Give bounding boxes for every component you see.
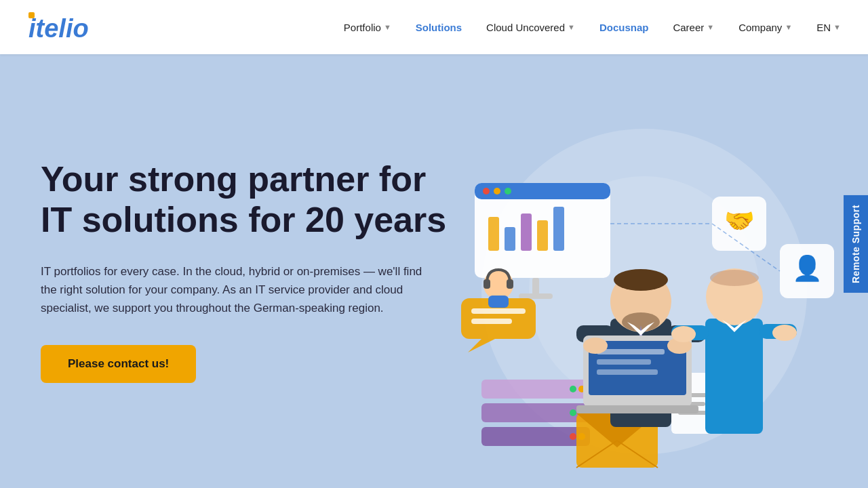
hero-description: IT portfolios for every case. In the clo…	[41, 262, 434, 318]
svg-rect-58	[597, 359, 651, 365]
svg-point-6	[483, 188, 490, 195]
nav-item-cloud-uncovered[interactable]: Cloud Uncovered ▼	[486, 22, 575, 33]
nav-menu: Portfolio ▼ Solutions Cloud Uncovered ▼ …	[344, 22, 841, 33]
nav-item-docusnap[interactable]: Docusnap	[599, 22, 649, 33]
nav-item-portfolio[interactable]: Portfolio ▼	[344, 22, 391, 33]
svg-rect-9	[488, 217, 499, 251]
hero-svg: 🤝 👤	[420, 81, 868, 488]
svg-rect-23	[507, 279, 513, 289]
svg-point-35	[570, 433, 576, 440]
svg-point-60	[583, 338, 608, 354]
svg-point-68	[671, 326, 696, 342]
nav-item-company[interactable]: Company ▼	[738, 22, 792, 33]
svg-rect-12	[537, 220, 548, 251]
navbar: itelio Portfolio ▼ Solutions Cloud Uncov…	[0, 0, 868, 54]
chevron-down-icon: ▼	[833, 23, 841, 31]
svg-rect-59	[597, 369, 658, 375]
svg-rect-10	[505, 227, 515, 251]
svg-rect-21	[488, 296, 509, 308]
svg-point-8	[505, 188, 511, 195]
chevron-down-icon: ▼	[785, 23, 792, 31]
svg-rect-22	[484, 279, 490, 289]
hero-title: Your strong partner for IT solutions for…	[41, 159, 461, 241]
svg-rect-13	[553, 207, 564, 251]
svg-rect-18	[471, 308, 526, 314]
svg-point-69	[772, 325, 797, 341]
svg-point-64	[710, 270, 759, 286]
chevron-down-icon: ▼	[384, 23, 391, 31]
svg-rect-57	[597, 349, 665, 354]
svg-rect-11	[521, 214, 532, 251]
chevron-down-icon: ▼	[707, 23, 714, 31]
cta-button[interactable]: Please contact us!	[41, 345, 196, 383]
nav-item-career[interactable]: Career ▼	[673, 22, 714, 33]
svg-point-48	[614, 269, 668, 291]
svg-point-7	[494, 188, 500, 195]
logo[interactable]: itelio	[27, 10, 115, 44]
svg-rect-15	[519, 293, 553, 299]
remote-support-tab[interactable]: Remote Support	[844, 195, 868, 293]
svg-text:🤝: 🤝	[724, 206, 755, 235]
svg-point-31	[570, 386, 576, 392]
svg-text:itelio: itelio	[28, 14, 89, 43]
svg-rect-56	[576, 405, 698, 413]
svg-rect-14	[532, 278, 539, 295]
svg-text:👤: 👤	[792, 253, 823, 283]
hero-illustration: 🤝 👤	[420, 81, 868, 488]
svg-point-33	[570, 409, 576, 416]
svg-rect-19	[471, 319, 512, 324]
hero-content: Your strong partner for IT solutions for…	[41, 159, 461, 423]
nav-item-solutions[interactable]: Solutions	[416, 22, 462, 33]
chevron-down-icon: ▼	[568, 23, 575, 31]
svg-rect-1	[28, 12, 35, 18]
svg-rect-62	[705, 319, 763, 434]
hero-section: Your strong partner for IT solutions for…	[0, 54, 868, 488]
nav-item-language[interactable]: EN ▼	[816, 22, 841, 33]
